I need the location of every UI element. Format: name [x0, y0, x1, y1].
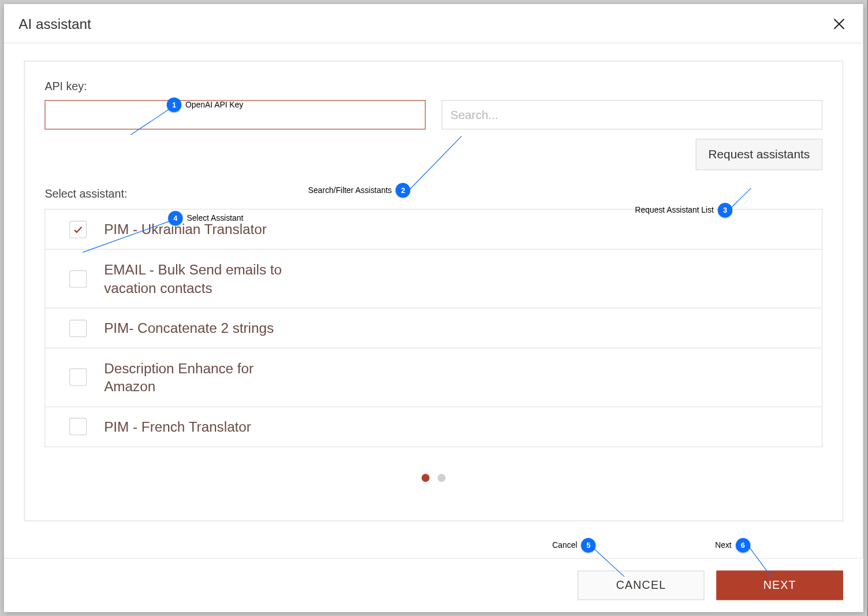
annotation-badge: 6: [736, 538, 750, 552]
select-assistant-label: Select assistant:: [44, 188, 822, 201]
list-item[interactable]: PIM - French Translator: [46, 407, 822, 446]
list-item[interactable]: Description Enhance for Amazon: [46, 348, 822, 407]
request-row: Request assistants: [44, 139, 822, 170]
assistant-name: Description Enhance for Amazon: [104, 359, 290, 396]
modal-title: AI assistant: [18, 16, 91, 32]
assistant-name: PIM- Concatenate 2 strings: [104, 319, 274, 337]
ai-assistant-modal: AI assistant API key: Request assistants…: [4, 4, 863, 612]
annotation-text: Cancel: [552, 541, 577, 550]
cancel-button[interactable]: CANCEL: [578, 571, 704, 600]
modal-body: API key: Request assistants Select assis…: [4, 43, 863, 528]
modal-header: AI assistant: [4, 4, 863, 43]
checkbox[interactable]: [69, 270, 87, 287]
pagination-dots: [44, 474, 822, 482]
modal-footer: CANCEL NEXT: [4, 558, 863, 613]
annotation: Next 6: [715, 538, 750, 552]
close-icon: [832, 17, 846, 31]
assistant-list: PIM - Ukrainian Translator EMAIL - Bulk …: [44, 209, 822, 447]
assistant-name: EMAIL - Bulk Send emails to vacation con…: [104, 261, 290, 297]
checkbox[interactable]: [69, 418, 87, 436]
annotation: Cancel 5: [552, 538, 595, 552]
assistant-name: PIM - Ukrainian Translator: [104, 220, 267, 239]
request-assistants-button[interactable]: Request assistants: [696, 139, 823, 170]
next-button[interactable]: NEXT: [716, 571, 843, 600]
api-key-input[interactable]: [44, 100, 426, 129]
annotation-badge: 5: [581, 538, 595, 552]
checkbox[interactable]: [69, 320, 87, 337]
page-dot[interactable]: [422, 474, 430, 482]
list-item[interactable]: PIM - Ukrainian Translator: [46, 210, 822, 250]
config-panel: API key: Request assistants Select assis…: [24, 61, 843, 521]
checkbox[interactable]: [69, 221, 87, 238]
list-item[interactable]: PIM- Concatenate 2 strings: [46, 308, 822, 348]
checkbox[interactable]: [69, 369, 87, 386]
page-dot[interactable]: [438, 474, 446, 482]
search-input[interactable]: [442, 100, 823, 129]
assistant-name: PIM - French Translator: [104, 418, 251, 436]
input-row: [44, 100, 822, 129]
check-icon: [73, 224, 83, 235]
annotation-text: Next: [715, 541, 732, 550]
api-key-label: API key:: [44, 80, 822, 94]
close-button[interactable]: [830, 14, 848, 33]
list-item[interactable]: EMAIL - Bulk Send emails to vacation con…: [46, 250, 822, 308]
